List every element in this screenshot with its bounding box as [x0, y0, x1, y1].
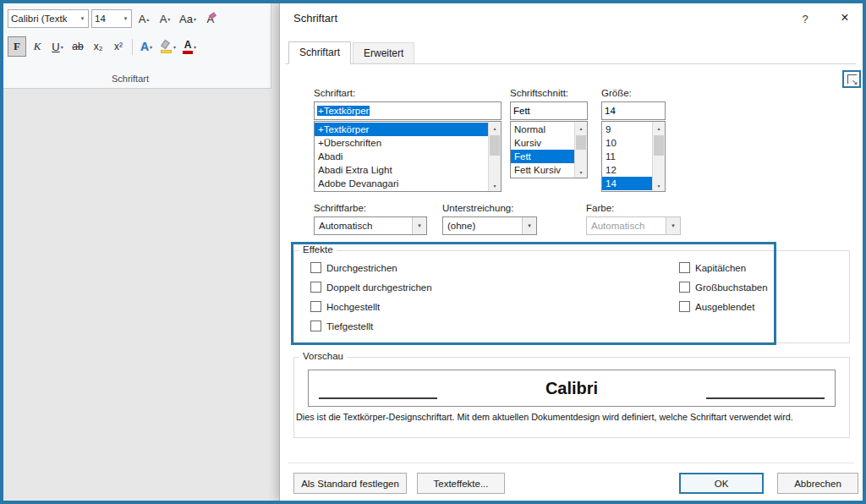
list-item[interactable]: Adobe Devanagari — [315, 177, 488, 190]
font-color-icon: A — [183, 40, 193, 54]
font-color-select[interactable]: Automatisch ▾ — [314, 216, 427, 235]
checkbox-tiefgestellt[interactable]: Tiefgestellt — [310, 320, 373, 331]
checkbox-kapitaelchen[interactable]: Kapitälchen — [679, 262, 746, 273]
list-item[interactable]: 12 — [602, 163, 652, 177]
bold-button[interactable]: F — [8, 36, 26, 57]
scroll-up-icon[interactable]: ▴ — [653, 122, 665, 134]
size-list: 9 10 11 12 14 ▴ ▾ — [601, 121, 666, 192]
change-case-button[interactable]: Aa▾ — [177, 9, 199, 28]
checkbox-box[interactable] — [310, 301, 321, 312]
list-item[interactable]: Kursiv — [511, 136, 574, 150]
list-item[interactable]: +Überschriften — [315, 136, 488, 150]
list-item[interactable]: Abadi — [315, 150, 488, 163]
ok-button[interactable]: OK — [679, 473, 764, 494]
size-input-value: 14 — [605, 106, 616, 116]
chevron-down-icon[interactable]: ▾ — [120, 15, 131, 22]
size-list-items: 9 10 11 12 14 — [602, 122, 652, 191]
checkbox-box[interactable] — [679, 262, 690, 273]
scrollbar[interactable]: ▴ ▾ — [488, 122, 501, 191]
list-item[interactable]: +Textkörper — [315, 123, 488, 136]
tab-erweitert[interactable]: Erweitert — [353, 42, 414, 63]
list-item[interactable]: 9 — [602, 123, 652, 136]
preview-line — [319, 377, 437, 399]
chevron-down-icon[interactable]: ▾ — [412, 217, 426, 234]
help-button[interactable]: ? — [797, 13, 814, 25]
subscript-icon: x₂ — [94, 41, 103, 52]
font-input[interactable]: +Textkörper — [314, 101, 502, 120]
font-color-button[interactable]: A ▾ — [180, 36, 199, 57]
size-input[interactable]: 14 — [601, 101, 666, 120]
checkbox-durchgestrichen[interactable]: Durchgestrichen — [310, 262, 397, 273]
font-size-combobox[interactable]: 14 ▾ — [91, 9, 132, 28]
button-divider — [288, 463, 854, 463]
checkbox-hochgestellt[interactable]: Hochgestellt — [310, 301, 380, 312]
scroll-track[interactable] — [575, 134, 587, 166]
font-name-combobox[interactable]: Calibri (Textk ▾ — [8, 9, 89, 28]
list-item[interactable]: Fett Kursiv — [511, 163, 574, 177]
scroll-track[interactable] — [653, 134, 665, 179]
checkbox-grossbuchstaben[interactable]: Großbuchstaben — [679, 282, 768, 293]
italic-button[interactable]: K — [28, 36, 47, 57]
scroll-up-icon[interactable]: ▴ — [575, 122, 587, 134]
cancel-button[interactable]: Abbrechen — [777, 473, 858, 494]
list-item[interactable]: Fett — [511, 150, 574, 163]
shrink-font-button[interactable]: A▾ — [156, 9, 174, 28]
checkbox-box[interactable] — [310, 282, 321, 293]
list-item[interactable]: Normal — [511, 123, 574, 136]
subscript-button[interactable]: x₂ — [89, 36, 107, 57]
scroll-down-icon[interactable]: ▾ — [489, 179, 501, 191]
text-effects-dialog-button[interactable]: Texteffekte... — [417, 473, 505, 494]
scroll-thumb[interactable] — [654, 135, 664, 156]
change-case-icon: Aa — [179, 13, 193, 25]
set-default-button[interactable]: Als Standard festlegen — [293, 473, 407, 494]
close-button[interactable]: × — [830, 7, 859, 29]
underline-color-label: Farbe: — [586, 203, 614, 213]
strikethrough-button[interactable]: ab — [69, 36, 87, 57]
shrink-font-icon: A — [160, 13, 167, 25]
scrollbar[interactable]: ▴ ▾ — [574, 122, 587, 178]
size-label: Größe: — [601, 88, 632, 98]
preview-line — [706, 377, 825, 399]
scroll-thumb[interactable] — [490, 135, 500, 156]
effects-group-label: Effekte — [299, 244, 337, 255]
checkbox-label: Doppelt durchgestrichen — [326, 282, 432, 293]
ribbon-group-label: Schriftart — [3, 74, 257, 84]
checkbox-doppelt-durchgestrichen[interactable]: Doppelt durchgestrichen — [310, 282, 432, 293]
preview-group: Vorschau Calibri Dies ist die Textkörper… — [293, 357, 850, 438]
clear-formatting-button[interactable]: A — [201, 9, 220, 28]
bold-icon: F — [14, 40, 20, 53]
checkbox-box[interactable] — [310, 262, 321, 273]
checkbox-box[interactable] — [679, 282, 690, 293]
superscript-button[interactable]: x² — [109, 36, 128, 57]
scroll-down-icon[interactable]: ▾ — [575, 166, 587, 178]
dialog-launcher-button[interactable]: ↘ — [847, 74, 857, 84]
list-item[interactable]: Abadi Extra Light — [315, 163, 488, 177]
scrollbar[interactable]: ▴ ▾ — [652, 122, 665, 191]
tab-schriftart[interactable]: Schriftart — [288, 41, 351, 64]
chevron-down-icon[interactable]: ▾ — [522, 217, 536, 234]
checkbox-label: Ausgeblendet — [695, 302, 754, 312]
style-input-value: Fett — [513, 106, 530, 116]
chevron-down-icon: ▾ — [194, 16, 196, 22]
list-item[interactable]: 14 — [602, 177, 652, 190]
underline-button[interactable]: U▾ — [48, 36, 67, 57]
highlight-color-button[interactable]: ▾ — [157, 36, 178, 57]
checkbox-box[interactable] — [310, 320, 321, 331]
scroll-thumb[interactable] — [576, 135, 586, 150]
grow-font-button[interactable]: A▴ — [134, 9, 153, 28]
underline-style-select[interactable]: (ohne) ▾ — [442, 216, 537, 235]
checkbox-box[interactable] — [679, 301, 690, 312]
text-effects-button[interactable]: A▾ — [137, 36, 156, 57]
chevron-down-icon: ▾ — [194, 44, 196, 50]
style-input[interactable]: Fett — [510, 101, 588, 120]
checkbox-ausgeblendet[interactable]: Ausgeblendet — [679, 301, 754, 312]
tab-divider — [285, 63, 856, 64]
chevron-down-icon[interactable]: ▾ — [77, 15, 88, 22]
list-item[interactable]: 11 — [602, 150, 652, 163]
list-item[interactable]: 10 — [602, 136, 652, 150]
scroll-track[interactable] — [489, 134, 501, 179]
scroll-up-icon[interactable]: ▴ — [489, 122, 501, 134]
scroll-down-icon[interactable]: ▾ — [653, 179, 665, 191]
underline-icon: U — [52, 41, 59, 53]
font-list-items: +Textkörper +Überschriften Abadi Abadi E… — [315, 122, 488, 191]
